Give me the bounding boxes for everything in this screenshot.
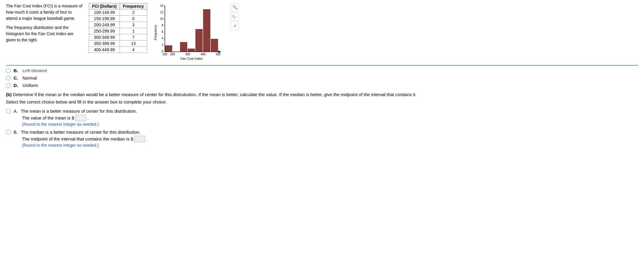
answer-option-a-input[interactable] — [75, 115, 86, 121]
part-b-instruction: Select the correct choice below and fill… — [6, 99, 638, 104]
answer-option-b: B. The median is a better measure of cen… — [6, 130, 638, 148]
histogram-container: Frequency 0 2 4 6 8 10 12 14 — [153, 3, 239, 62]
x-axis: 100 200 300 400 500 Fan Cost Index — [162, 53, 221, 60]
frequency-table-container: FCI (Dollars) Frequency 100-149.992150-1… — [89, 3, 147, 62]
answer-option-b-input[interactable] — [134, 136, 145, 142]
svg-text:400: 400 — [201, 53, 206, 56]
table-cell-freq: 3 — [120, 22, 147, 28]
table-cell-range: 300-349.99 — [89, 34, 120, 41]
table-cell-range: 250-299.99 — [89, 28, 120, 34]
histogram-controls: 🔍 🔍− ↗ — [231, 3, 239, 30]
col1-header: FCI (Dollars) — [89, 3, 120, 9]
svg-rect-18 — [188, 49, 195, 52]
option-b-radio[interactable] — [6, 68, 11, 73]
section-b: (b) Determine if the mean or the median … — [6, 92, 638, 148]
answer-option-a: A. The mean is a better measure of cente… — [6, 109, 638, 127]
svg-text:100: 100 — [162, 53, 168, 56]
table-row: 250-299.991 — [89, 28, 147, 34]
zoom-out-button[interactable]: 🔍− — [231, 12, 239, 21]
x-axis-label: Fan Cost Index — [181, 57, 203, 60]
table-row: 300-349.997 — [89, 34, 147, 41]
table-cell-freq: 7 — [120, 34, 147, 41]
svg-text:12: 12 — [160, 11, 164, 14]
answer-option-a-letter: A. — [14, 109, 18, 114]
export-button[interactable]: ↗ — [231, 22, 239, 30]
svg-text:6: 6 — [162, 30, 163, 33]
table-cell-range: 200-249.99 — [89, 22, 120, 28]
option-b-row-parta: B. Left Skewed — [6, 68, 638, 73]
histogram-bars — [165, 9, 218, 52]
svg-text:300: 300 — [185, 53, 190, 56]
answer-option-a-hint: (Round to the nearest integer as needed.… — [22, 122, 638, 127]
table-cell-freq: 0 — [120, 16, 147, 22]
table-cell-range: 350-399.99 — [89, 41, 120, 47]
svg-rect-21 — [211, 39, 218, 52]
y-axis-label: Frequency — [154, 25, 157, 40]
svg-text:14: 14 — [160, 4, 164, 7]
description-line2: The frequency distribution and the histo… — [6, 25, 83, 43]
svg-text:10: 10 — [160, 17, 164, 20]
table-cell-freq: 1 — [120, 28, 147, 34]
frequency-table: FCI (Dollars) Frequency 100-149.992150-1… — [89, 3, 147, 53]
option-c-text: Normal — [22, 75, 37, 80]
table-row: 350-399.9913 — [89, 41, 147, 47]
zoom-in-button[interactable]: 🔍 — [231, 3, 239, 11]
svg-text:2: 2 — [162, 43, 163, 46]
option-d-row: D. Uniform — [6, 83, 638, 88]
answer-option-b-main-line: B. The median is a better measure of cen… — [6, 130, 638, 135]
answer-option-b-main-text: The median is a better measure of center… — [21, 130, 140, 135]
table-row: 150-199.990 — [89, 16, 147, 22]
answer-option-a-main-line: A. The mean is a better measure of cente… — [6, 109, 638, 114]
svg-text:200: 200 — [170, 53, 175, 56]
description-line1: The Fan Cost Index (FCI) is a measure of… — [6, 3, 83, 22]
table-cell-range: 100-149.99 — [89, 9, 120, 16]
part-b-label: (b) — [6, 92, 12, 97]
option-d-letter: D. — [14, 83, 20, 88]
option-c-letter: C. — [14, 75, 20, 80]
col2-header: Frequency — [120, 3, 147, 9]
answer-option-a-sub-line: The value of the mean is $ . — [22, 115, 638, 121]
divider-top — [6, 65, 638, 66]
answer-option-a-sub-prefix: The value of the mean is $ — [22, 115, 74, 120]
answer-option-b-radio[interactable] — [6, 130, 11, 135]
top-section: The Fan Cost Index (FCI) is a measure of… — [6, 3, 638, 62]
table-row: 100-149.992 — [89, 9, 147, 16]
option-d-text: Uniform — [22, 83, 38, 88]
answer-option-b-hint: (Round to the nearest integer as needed.… — [22, 143, 638, 148]
description: The Fan Cost Index (FCI) is a measure of… — [6, 3, 83, 62]
histogram-svg: Frequency 0 2 4 6 8 10 12 14 — [153, 3, 230, 61]
option-d-radio[interactable] — [6, 83, 11, 88]
answer-option-b-sub-prefix: The midpoint of the interval that contai… — [22, 136, 133, 141]
svg-text:500: 500 — [216, 53, 221, 56]
table-cell-freq: 13 — [120, 41, 147, 47]
svg-rect-16 — [165, 45, 172, 52]
svg-rect-19 — [195, 29, 203, 52]
table-cell-range: 400-449.99 — [89, 47, 120, 53]
option-c-radio[interactable] — [6, 76, 11, 80]
svg-text:8: 8 — [162, 24, 163, 27]
option-b-text: Left Skewed — [22, 68, 47, 73]
answer-option-a-sub-suffix: . — [87, 115, 88, 120]
table-row: 400-449.994 — [89, 47, 147, 53]
table-cell-range: 150-199.99 — [89, 16, 120, 22]
svg-rect-17 — [180, 42, 187, 52]
part-b-question-text: Determine if the mean or the median woul… — [13, 92, 416, 97]
answer-option-b-sub-line: The midpoint of the interval that contai… — [22, 136, 638, 142]
table-cell-freq: 2 — [120, 9, 147, 16]
option-c-row: C. Normal — [6, 75, 638, 80]
answer-option-b-sub-suffix: . — [146, 136, 147, 141]
y-axis: Frequency 0 2 4 6 8 10 12 14 — [154, 4, 165, 53]
answer-option-b-letter: B. — [14, 130, 18, 135]
part-b-question: (b) Determine if the mean or the median … — [6, 92, 638, 97]
table-cell-freq: 4 — [120, 47, 147, 53]
option-b-letter: B. — [14, 68, 20, 73]
table-row: 200-249.993 — [89, 22, 147, 28]
svg-text:4: 4 — [162, 37, 163, 40]
answer-option-a-radio[interactable] — [6, 109, 11, 114]
answer-option-a-main-text: The mean is a better measure of center f… — [21, 109, 137, 114]
svg-rect-20 — [203, 9, 210, 52]
